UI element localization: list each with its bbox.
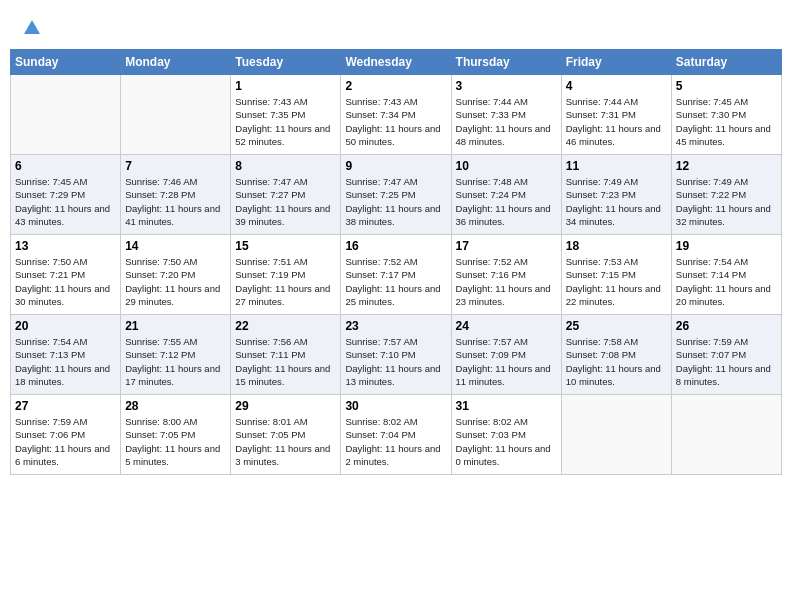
calendar-cell: 28Sunrise: 8:00 AMSunset: 7:05 PMDayligh… [121,395,231,475]
day-info: Sunrise: 7:54 AMSunset: 7:14 PMDaylight:… [676,255,777,308]
day-number: 31 [456,399,557,413]
calendar-cell: 5Sunrise: 7:45 AMSunset: 7:30 PMDaylight… [671,75,781,155]
day-info: Sunrise: 7:55 AMSunset: 7:12 PMDaylight:… [125,335,226,388]
weekday-header: Sunday [11,50,121,75]
day-info: Sunrise: 7:49 AMSunset: 7:23 PMDaylight:… [566,175,667,228]
calendar-cell [561,395,671,475]
logo-icon [22,18,42,38]
day-info: Sunrise: 7:43 AMSunset: 7:34 PMDaylight:… [345,95,446,148]
day-number: 9 [345,159,446,173]
day-info: Sunrise: 7:56 AMSunset: 7:11 PMDaylight:… [235,335,336,388]
day-number: 11 [566,159,667,173]
calendar-cell: 3Sunrise: 7:44 AMSunset: 7:33 PMDaylight… [451,75,561,155]
weekday-header: Friday [561,50,671,75]
calendar-cell: 18Sunrise: 7:53 AMSunset: 7:15 PMDayligh… [561,235,671,315]
calendar-cell: 9Sunrise: 7:47 AMSunset: 7:25 PMDaylight… [341,155,451,235]
day-number: 23 [345,319,446,333]
day-number: 30 [345,399,446,413]
calendar-cell: 6Sunrise: 7:45 AMSunset: 7:29 PMDaylight… [11,155,121,235]
calendar-week-row: 27Sunrise: 7:59 AMSunset: 7:06 PMDayligh… [11,395,782,475]
calendar-cell [671,395,781,475]
day-number: 26 [676,319,777,333]
calendar-cell [11,75,121,155]
day-info: Sunrise: 7:43 AMSunset: 7:35 PMDaylight:… [235,95,336,148]
calendar-cell: 1Sunrise: 7:43 AMSunset: 7:35 PMDaylight… [231,75,341,155]
day-number: 24 [456,319,557,333]
calendar-cell: 26Sunrise: 7:59 AMSunset: 7:07 PMDayligh… [671,315,781,395]
day-info: Sunrise: 7:44 AMSunset: 7:31 PMDaylight:… [566,95,667,148]
weekday-header-row: SundayMondayTuesdayWednesdayThursdayFrid… [11,50,782,75]
calendar-table: SundayMondayTuesdayWednesdayThursdayFrid… [10,49,782,475]
weekday-header: Thursday [451,50,561,75]
day-number: 25 [566,319,667,333]
calendar-cell: 24Sunrise: 7:57 AMSunset: 7:09 PMDayligh… [451,315,561,395]
day-info: Sunrise: 8:00 AMSunset: 7:05 PMDaylight:… [125,415,226,468]
day-number: 14 [125,239,226,253]
day-info: Sunrise: 7:57 AMSunset: 7:09 PMDaylight:… [456,335,557,388]
day-number: 22 [235,319,336,333]
day-info: Sunrise: 8:02 AMSunset: 7:04 PMDaylight:… [345,415,446,468]
day-info: Sunrise: 8:01 AMSunset: 7:05 PMDaylight:… [235,415,336,468]
day-number: 1 [235,79,336,93]
calendar-cell: 21Sunrise: 7:55 AMSunset: 7:12 PMDayligh… [121,315,231,395]
day-number: 20 [15,319,116,333]
day-info: Sunrise: 7:45 AMSunset: 7:29 PMDaylight:… [15,175,116,228]
svg-marker-0 [24,20,40,34]
day-number: 17 [456,239,557,253]
day-number: 3 [456,79,557,93]
calendar-cell: 30Sunrise: 8:02 AMSunset: 7:04 PMDayligh… [341,395,451,475]
calendar-cell: 23Sunrise: 7:57 AMSunset: 7:10 PMDayligh… [341,315,451,395]
calendar-cell: 25Sunrise: 7:58 AMSunset: 7:08 PMDayligh… [561,315,671,395]
page-header [10,10,782,49]
weekday-header: Wednesday [341,50,451,75]
day-number: 27 [15,399,116,413]
calendar-cell: 22Sunrise: 7:56 AMSunset: 7:11 PMDayligh… [231,315,341,395]
calendar-cell: 19Sunrise: 7:54 AMSunset: 7:14 PMDayligh… [671,235,781,315]
calendar-cell: 31Sunrise: 8:02 AMSunset: 7:03 PMDayligh… [451,395,561,475]
weekday-header: Tuesday [231,50,341,75]
day-info: Sunrise: 7:49 AMSunset: 7:22 PMDaylight:… [676,175,777,228]
day-info: Sunrise: 7:59 AMSunset: 7:07 PMDaylight:… [676,335,777,388]
day-info: Sunrise: 7:47 AMSunset: 7:25 PMDaylight:… [345,175,446,228]
day-number: 2 [345,79,446,93]
calendar-cell: 17Sunrise: 7:52 AMSunset: 7:16 PMDayligh… [451,235,561,315]
day-info: Sunrise: 7:58 AMSunset: 7:08 PMDaylight:… [566,335,667,388]
calendar-cell: 4Sunrise: 7:44 AMSunset: 7:31 PMDaylight… [561,75,671,155]
day-info: Sunrise: 7:48 AMSunset: 7:24 PMDaylight:… [456,175,557,228]
calendar-cell: 10Sunrise: 7:48 AMSunset: 7:24 PMDayligh… [451,155,561,235]
logo [20,18,42,43]
day-number: 4 [566,79,667,93]
day-info: Sunrise: 7:47 AMSunset: 7:27 PMDaylight:… [235,175,336,228]
day-number: 15 [235,239,336,253]
day-info: Sunrise: 7:44 AMSunset: 7:33 PMDaylight:… [456,95,557,148]
day-info: Sunrise: 7:46 AMSunset: 7:28 PMDaylight:… [125,175,226,228]
calendar-cell: 15Sunrise: 7:51 AMSunset: 7:19 PMDayligh… [231,235,341,315]
day-info: Sunrise: 7:50 AMSunset: 7:20 PMDaylight:… [125,255,226,308]
calendar-cell: 27Sunrise: 7:59 AMSunset: 7:06 PMDayligh… [11,395,121,475]
calendar-cell: 7Sunrise: 7:46 AMSunset: 7:28 PMDaylight… [121,155,231,235]
day-info: Sunrise: 7:59 AMSunset: 7:06 PMDaylight:… [15,415,116,468]
calendar-cell: 29Sunrise: 8:01 AMSunset: 7:05 PMDayligh… [231,395,341,475]
day-info: Sunrise: 7:54 AMSunset: 7:13 PMDaylight:… [15,335,116,388]
calendar-cell: 14Sunrise: 7:50 AMSunset: 7:20 PMDayligh… [121,235,231,315]
day-info: Sunrise: 7:45 AMSunset: 7:30 PMDaylight:… [676,95,777,148]
day-info: Sunrise: 7:52 AMSunset: 7:16 PMDaylight:… [456,255,557,308]
day-number: 12 [676,159,777,173]
day-number: 7 [125,159,226,173]
calendar-cell: 12Sunrise: 7:49 AMSunset: 7:22 PMDayligh… [671,155,781,235]
day-number: 18 [566,239,667,253]
day-info: Sunrise: 7:51 AMSunset: 7:19 PMDaylight:… [235,255,336,308]
calendar-cell: 20Sunrise: 7:54 AMSunset: 7:13 PMDayligh… [11,315,121,395]
weekday-header: Saturday [671,50,781,75]
day-info: Sunrise: 7:50 AMSunset: 7:21 PMDaylight:… [15,255,116,308]
day-info: Sunrise: 7:53 AMSunset: 7:15 PMDaylight:… [566,255,667,308]
calendar-week-row: 6Sunrise: 7:45 AMSunset: 7:29 PMDaylight… [11,155,782,235]
day-info: Sunrise: 8:02 AMSunset: 7:03 PMDaylight:… [456,415,557,468]
day-info: Sunrise: 7:57 AMSunset: 7:10 PMDaylight:… [345,335,446,388]
calendar-week-row: 1Sunrise: 7:43 AMSunset: 7:35 PMDaylight… [11,75,782,155]
day-number: 21 [125,319,226,333]
weekday-header: Monday [121,50,231,75]
calendar-cell [121,75,231,155]
day-number: 29 [235,399,336,413]
calendar-cell: 13Sunrise: 7:50 AMSunset: 7:21 PMDayligh… [11,235,121,315]
